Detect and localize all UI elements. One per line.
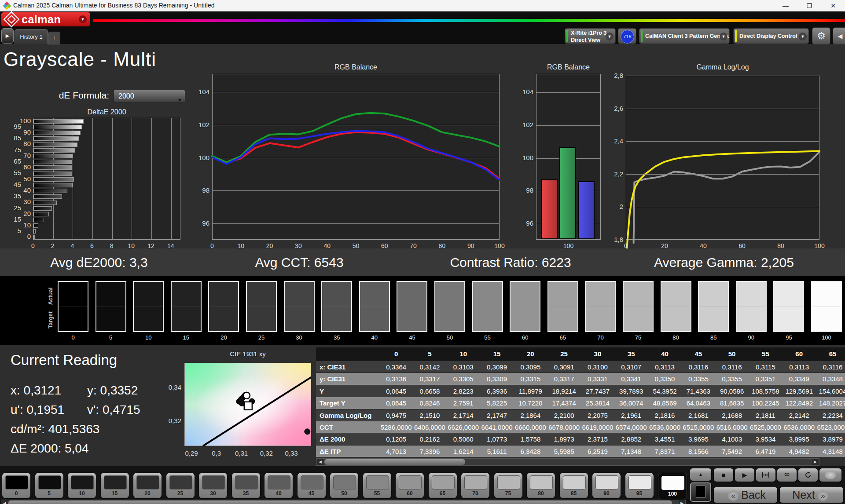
- play-button[interactable]: ▶: [735, 468, 754, 482]
- avg-cct-stat: Avg CCT: 6543: [218, 248, 381, 276]
- level-button-85[interactable]: 85: [560, 473, 588, 498]
- level-button-90[interactable]: 90: [592, 473, 621, 498]
- deltae-bar: [33, 235, 35, 240]
- swatch-10: [133, 281, 164, 332]
- restore-button[interactable]: ❐: [802, 0, 817, 11]
- swatch-target: [511, 307, 540, 331]
- swatch-actual: [511, 282, 540, 307]
- table-cell: 0,6658: [413, 385, 446, 397]
- minimize-button[interactable]: —: [778, 0, 793, 11]
- table-cell: 11,8979: [514, 385, 547, 397]
- deltae-bar: [33, 183, 73, 187]
- level-swatch: [366, 475, 389, 489]
- pattern-window-button[interactable]: [690, 482, 711, 502]
- cie-xtick: 0,33: [280, 449, 302, 457]
- extra-control-button[interactable]: [819, 468, 841, 482]
- level-label: 15: [101, 490, 129, 497]
- level-button-0[interactable]: 0: [2, 473, 30, 498]
- level-button-55[interactable]: 55: [363, 473, 391, 498]
- calman-menu-button[interactable]: calman ▼: [1, 12, 90, 26]
- refresh-button[interactable]: [798, 468, 818, 482]
- titlebar: Calman 2025 Calman Ultimate for Business…: [0, 0, 845, 11]
- scroll-right-icon[interactable]: ▶: [679, 500, 685, 504]
- scroll-left-icon[interactable]: ◀: [317, 459, 323, 465]
- table-cell: 7,5492: [715, 446, 749, 457]
- level-scrollbar[interactable]: ◀ ▶: [1, 500, 686, 504]
- gamma-ytick: 2,8: [606, 72, 623, 79]
- step-measure-button[interactable]: [756, 468, 775, 482]
- table-row: x: CIE310,33640,31420,31030,30990,30950,…: [316, 361, 845, 373]
- chevron-down-icon: ▼: [177, 94, 182, 106]
- table-cell: 0,3107: [614, 361, 648, 373]
- rgb-bar-ytick: 98: [517, 186, 533, 194]
- scroll-left-icon[interactable]: ◀: [1, 500, 8, 504]
- add-tab-button[interactable]: +: [48, 32, 60, 44]
- stop-button[interactable]: ■: [714, 468, 733, 482]
- swatch-target: [285, 307, 314, 331]
- table-cell: 0,3142: [413, 361, 446, 373]
- swatch-label: 50: [434, 334, 465, 341]
- table-cell: 2,8223: [447, 385, 480, 397]
- level-label: 100: [658, 491, 687, 497]
- measurement-table: 05101520253035404550556065x: CIE310,3364…: [316, 347, 845, 457]
- level-label: 70: [461, 490, 489, 497]
- level-button-25[interactable]: 25: [166, 473, 195, 498]
- meter-badge[interactable]: 718: [618, 28, 636, 44]
- settings-button[interactable]: ⚙: [812, 27, 830, 45]
- level-button-15[interactable]: 15: [101, 473, 129, 498]
- swatch-target: [96, 307, 125, 331]
- level-button-50[interactable]: 50: [330, 473, 358, 498]
- swatch-actual: [774, 282, 803, 307]
- level-scrollbar-thumb[interactable]: [8, 500, 672, 504]
- level-button-75[interactable]: 75: [494, 473, 522, 498]
- level-swatch: [202, 475, 225, 489]
- gamma-gridline: [626, 174, 819, 175]
- continuous-button[interactable]: ∞: [777, 468, 797, 482]
- level-button-60[interactable]: 60: [396, 473, 424, 498]
- level-button-80[interactable]: 80: [527, 473, 555, 498]
- scroll-right-icon[interactable]: ▶: [812, 459, 819, 465]
- cie-xtick: 0,32: [255, 449, 277, 457]
- table-cell: 17,4374: [547, 397, 580, 409]
- tab-history-1[interactable]: History 1: [15, 29, 48, 44]
- close-button[interactable]: ✕: [826, 0, 841, 11]
- swatch-target: [134, 307, 163, 331]
- next-button[interactable]: Next»: [780, 487, 843, 503]
- swatch-target: [473, 307, 502, 331]
- level-button-70[interactable]: 70: [461, 473, 489, 498]
- level-button-40[interactable]: 40: [265, 473, 293, 498]
- rgb-line-svg: [212, 74, 500, 240]
- level-button-20[interactable]: 20: [133, 473, 162, 498]
- table-cell: 0,0645: [379, 397, 413, 409]
- swatch-actual: [435, 282, 464, 307]
- level-button-45[interactable]: 45: [298, 473, 326, 498]
- table-scrollbar-thumb[interactable]: [324, 459, 465, 465]
- collapse-panel-button[interactable]: ◀: [833, 27, 845, 45]
- table-scrollbar[interactable]: ◀ ▶: [316, 458, 819, 466]
- level-button-95[interactable]: 95: [625, 473, 654, 498]
- level-button-30[interactable]: 30: [199, 473, 227, 498]
- meter-dropdown[interactable]: X-Rite i1Pro 3 Direct View ▼: [565, 28, 616, 44]
- level-swatch: [268, 475, 290, 489]
- level-button-65[interactable]: 65: [429, 473, 457, 498]
- back-button[interactable]: «Back: [714, 487, 777, 503]
- table-cell: 0,2162: [413, 433, 446, 445]
- de-formula-select[interactable]: 2000 ▼: [114, 90, 185, 103]
- table-cell: 129,5691: [783, 385, 816, 397]
- pattern-up-button[interactable]: ▲: [690, 468, 711, 481]
- deltae-gridline: [92, 118, 93, 239]
- table-row-label: Target Y: [316, 397, 379, 409]
- level-button-35[interactable]: 35: [232, 473, 260, 498]
- layout-nav-button[interactable]: ▶: [1, 28, 14, 44]
- level-button-5[interactable]: 5: [35, 473, 63, 498]
- swatch-60: [510, 281, 540, 332]
- table-column-header: 30: [581, 347, 614, 361]
- pattern-generator-dropdown[interactable]: CalMAN Client 3 Pattern Generator ▼: [639, 28, 730, 44]
- deltae-bar: [33, 177, 74, 182]
- display-control-dropdown[interactable]: Direct Display Control ▼: [733, 28, 809, 44]
- chevron-down-icon: ▼: [799, 33, 807, 40]
- table-row-label: CCT: [316, 421, 379, 433]
- level-button-100[interactable]: 100: [658, 473, 687, 499]
- level-button-10[interactable]: 10: [68, 473, 96, 498]
- table-cell: 100,2245: [749, 397, 782, 409]
